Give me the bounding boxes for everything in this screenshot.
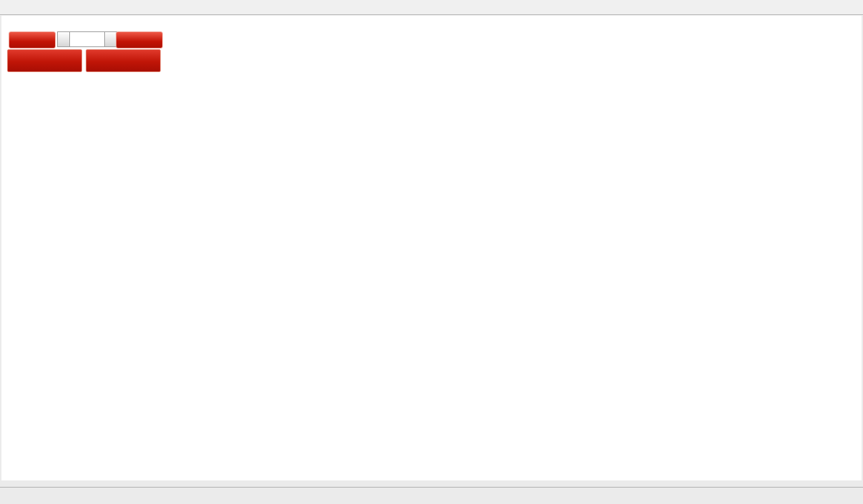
chart-title (9, 19, 16, 29)
buy-button[interactable] (116, 31, 163, 49)
volume-decrease-button[interactable] (57, 31, 70, 47)
chart-tab-bar (0, 487, 863, 504)
chart-canvas[interactable] (0, 0, 863, 504)
sell-price-tile[interactable] (7, 49, 82, 72)
trading-platform-window (0, 0, 863, 504)
volume-input[interactable] (70, 31, 104, 47)
volume-stepper (57, 31, 117, 47)
one-click-trading-widget (7, 31, 163, 73)
sell-button[interactable] (9, 31, 56, 49)
buy-price-tile[interactable] (86, 49, 161, 72)
